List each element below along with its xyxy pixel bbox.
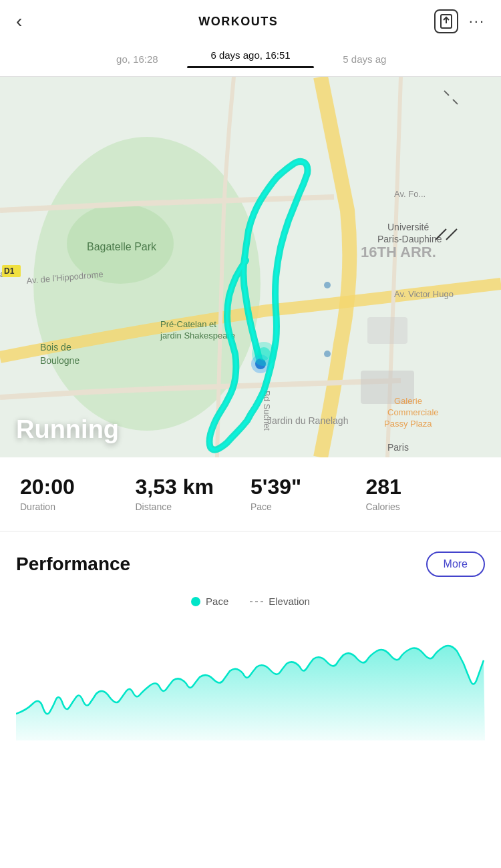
stat-distance-label: Distance [136, 501, 172, 512]
pace-legend-label: Pace [206, 596, 228, 607]
stat-calories: 281 Calories [366, 476, 482, 512]
tab-next[interactable]: 5 days ag [329, 47, 501, 73]
page-title: WORKOUTS [198, 15, 278, 29]
performance-chart [16, 620, 485, 740]
more-menu-button[interactable]: ··· [469, 13, 485, 30]
svg-text:Pré-Catelan et: Pré-Catelan et [160, 319, 216, 329]
svg-text:Bagatelle Park: Bagatelle Park [87, 241, 157, 252]
svg-text:Commerciale: Commerciale [387, 407, 439, 417]
tab-strip: go, 16:28 6 days ago, 16:51 5 days ag [0, 43, 501, 77]
stat-duration: 20:00 Duration [20, 476, 136, 512]
svg-text:Av. Fo...: Av. Fo... [394, 189, 426, 199]
stats-row: 20:00 Duration 3,53 km Distance 5'39" Pa… [0, 457, 501, 531]
stat-calories-label: Calories [366, 501, 400, 512]
elevation-legend-label: Elevation [269, 596, 310, 607]
back-button[interactable]: ‹ [16, 11, 43, 32]
svg-text:Boulogne: Boulogne [40, 355, 79, 366]
svg-text:Jardin du Ranelagh: Jardin du Ranelagh [267, 415, 348, 426]
stat-calories-value: 281 [366, 476, 401, 497]
svg-text:Galerie: Galerie [394, 396, 422, 406]
performance-section: Performance More Pace Elevation [0, 531, 501, 740]
upload-button[interactable] [434, 9, 458, 33]
stat-pace-value: 5'39" [251, 476, 301, 497]
pace-legend-dot [191, 597, 200, 606]
map-container: Bagatelle Park Bois de Boulogne Pré-Cate… [0, 77, 501, 457]
stat-pace: 5'39" Pace [251, 476, 366, 512]
legend-elevation: Elevation [250, 596, 310, 607]
header-actions: ··· [434, 9, 485, 33]
tab-prev[interactable]: go, 16:28 [0, 47, 172, 73]
app-header: ‹ WORKOUTS ··· [0, 0, 501, 43]
svg-text:Université: Université [387, 222, 429, 232]
more-button[interactable]: More [426, 552, 485, 577]
legend-pace: Pace [191, 596, 228, 607]
svg-text:Paris-Dauphine: Paris-Dauphine [377, 234, 442, 244]
svg-text:Av. Victor Hugo: Av. Victor Hugo [394, 289, 454, 299]
tab-active[interactable]: 6 days ago, 16:51 [172, 43, 330, 76]
chart-legend: Pace Elevation [16, 596, 485, 607]
svg-text:Passy Plaza: Passy Plaza [384, 419, 432, 429]
stat-pace-label: Pace [251, 501, 272, 512]
svg-point-34 [324, 351, 331, 357]
svg-text:Bois de: Bois de [40, 342, 71, 353]
stat-duration-value: 20:00 [20, 476, 75, 497]
performance-header: Performance More [16, 552, 485, 577]
svg-point-33 [324, 282, 331, 288]
stat-duration-label: Duration [20, 501, 55, 512]
svg-line-35 [444, 91, 449, 95]
stat-distance-value: 3,53 km [136, 476, 214, 497]
svg-text:Paris: Paris [387, 442, 409, 453]
svg-rect-6 [367, 317, 407, 344]
svg-text:16TH ARR.: 16TH ARR. [361, 244, 436, 260]
performance-title: Performance [16, 554, 130, 575]
elevation-legend-dash [250, 601, 263, 602]
svg-text:jardin Shakespeare: jardin Shakespeare [160, 331, 235, 341]
svg-line-36 [453, 99, 458, 104]
stat-distance: 3,53 km Distance [136, 476, 251, 512]
svg-text:D1: D1 [4, 266, 15, 276]
svg-point-30 [257, 347, 271, 361]
expand-icon[interactable] [441, 87, 461, 107]
workout-type-label: Running [16, 415, 119, 444]
